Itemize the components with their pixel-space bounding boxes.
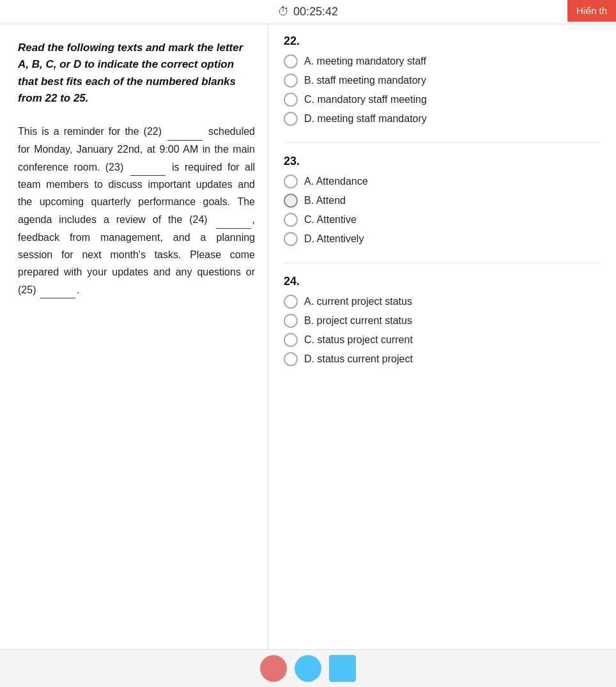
blank-23 — [130, 158, 166, 176]
question-23-options: A. Attendance B. Attend C. Attentive D. … — [284, 174, 601, 246]
question-22-section: 22. A. meeting mandatory staff B. staff … — [284, 35, 601, 143]
main-content: Read the following texts and mark the le… — [0, 24, 616, 683]
option-22-a-circle[interactable] — [284, 54, 298, 68]
question-23-number: 23. — [284, 155, 601, 168]
option-24-c[interactable]: C. status project current — [284, 333, 601, 347]
option-22-d-circle[interactable] — [284, 112, 298, 126]
option-24-c-circle[interactable] — [284, 333, 298, 347]
option-23-c-circle[interactable] — [284, 213, 298, 227]
option-22-c[interactable]: C. mandatory staff meeting — [284, 93, 601, 107]
left-panel: Read the following texts and mark the le… — [0, 24, 268, 683]
blank-22 — [167, 122, 203, 140]
blank-24 — [216, 210, 251, 228]
option-23-d-circle[interactable] — [284, 232, 298, 246]
option-23-b[interactable]: B. Attend — [284, 194, 601, 208]
option-23-d[interactable]: D. Attentively — [284, 232, 601, 246]
blank-25 — [40, 281, 75, 298]
option-24-b-circle[interactable] — [284, 314, 298, 328]
option-24-d-label: D. status current project — [304, 353, 413, 365]
right-panel: 22. A. meeting mandatory staff B. staff … — [268, 24, 616, 683]
option-24-a-label: A. current project status — [304, 296, 412, 307]
nav-button-3[interactable] — [329, 655, 356, 682]
top-bar: ⏱ 00:25:42 Hiến th — [0, 0, 616, 24]
option-23-c[interactable]: C. Attentive — [284, 213, 601, 227]
option-22-b[interactable]: B. staff meeting mandatory — [284, 73, 601, 88]
timer-display: ⏱ 00:25:42 — [278, 5, 338, 19]
question-24-section: 24. A. current project status B. project… — [284, 275, 601, 383]
question-22-number: 22. — [284, 35, 601, 48]
question-22-options: A. meeting mandatory staff B. staff meet… — [284, 54, 601, 126]
option-22-c-label: C. mandatory staff meeting — [304, 94, 427, 105]
option-23-d-label: D. Attentively — [304, 233, 364, 245]
option-22-d[interactable]: D. meeting staff mandatory — [284, 112, 601, 126]
timer-value: 00:25:42 — [293, 5, 338, 19]
option-23-b-circle[interactable] — [284, 194, 298, 208]
option-23-a-label: A. Attendance — [304, 176, 368, 187]
option-22-a-label: A. meeting mandatory staff — [304, 56, 426, 67]
option-22-b-label: B. staff meeting mandatory — [304, 75, 426, 86]
option-24-a[interactable]: A. current project status — [284, 295, 601, 309]
timer-icon: ⏱ — [278, 5, 289, 19]
question-24-number: 24. — [284, 275, 601, 288]
bottom-navigation — [0, 649, 616, 687]
nav-button-1[interactable] — [260, 655, 287, 682]
option-24-b[interactable]: B. project current status — [284, 314, 601, 328]
option-24-a-circle[interactable] — [284, 295, 298, 309]
option-24-b-label: B. project current status — [304, 315, 412, 327]
option-24-d[interactable]: D. status current project — [284, 352, 601, 366]
option-23-b-label: B. Attend — [304, 195, 346, 206]
option-22-a[interactable]: A. meeting mandatory staff — [284, 54, 601, 68]
question-23-section: 23. A. Attendance B. Attend C. Attentive… — [284, 155, 601, 263]
question-24-options: A. current project status B. project cur… — [284, 295, 601, 366]
passage-text: This is a reminder for the (22) schedule… — [18, 122, 255, 298]
option-23-c-label: C. Attentive — [304, 214, 357, 226]
option-22-d-label: D. meeting staff mandatory — [304, 113, 427, 125]
hien-thi-button[interactable]: Hiến th — [567, 0, 616, 22]
passage-part1: This is a reminder for the (22) — [18, 126, 204, 137]
option-22-c-circle[interactable] — [284, 93, 298, 107]
option-24-d-circle[interactable] — [284, 352, 298, 366]
passage-part4: feedback from management, and a planning… — [18, 232, 255, 296]
option-22-b-circle[interactable] — [284, 73, 298, 88]
instructions-text: Read the following texts and mark the le… — [18, 40, 255, 107]
option-23-a-circle[interactable] — [284, 174, 298, 189]
option-23-a[interactable]: A. Attendance — [284, 174, 601, 189]
nav-button-2[interactable] — [295, 655, 321, 682]
option-24-c-label: C. status project current — [304, 334, 413, 346]
